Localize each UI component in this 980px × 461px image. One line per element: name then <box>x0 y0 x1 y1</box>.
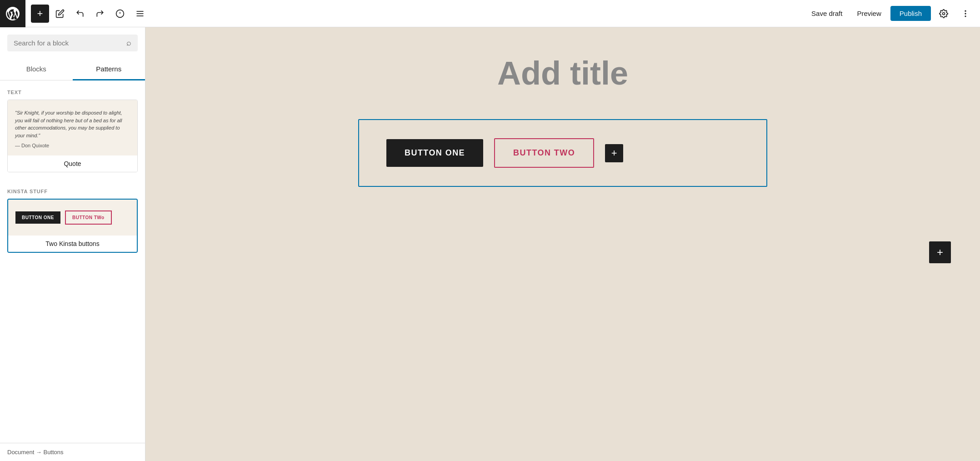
svg-point-8 <box>965 13 966 14</box>
editor-area[interactable]: Add title BUTTON ONE BUTTON TWO + + <box>145 27 980 461</box>
search-bar[interactable]: ⌕ <box>7 35 138 51</box>
more-options-button[interactable] <box>956 5 975 23</box>
search-icon[interactable]: ⌕ <box>126 38 131 48</box>
quote-label: Quote <box>8 155 137 172</box>
edit-button[interactable] <box>51 5 69 23</box>
quote-preview: "Sir Knight, if your worship be disposed… <box>8 100 137 155</box>
toolbar-right: Save draft Preview Publish <box>806 5 975 23</box>
main-layout: ⌕ Blocks Patterns TEXT "Sir Knight, if y… <box>0 27 980 461</box>
kinsta-btn-two-preview[interactable]: BUTTON TWo <box>65 210 112 225</box>
tabs: Blocks Patterns <box>0 59 145 80</box>
button-two-main[interactable]: BUTTON TWO <box>494 138 594 168</box>
svg-point-7 <box>965 10 966 11</box>
publish-button[interactable]: Publish <box>890 6 931 21</box>
tab-blocks[interactable]: Blocks <box>0 59 73 80</box>
settings-button[interactable] <box>935 5 953 23</box>
wp-logo <box>0 0 25 27</box>
quote-pattern-card[interactable]: "Sir Knight, if your worship be disposed… <box>7 100 138 172</box>
svg-point-6 <box>943 12 945 15</box>
tab-patterns[interactable]: Patterns <box>73 59 145 80</box>
quote-cite: — Don Quixote <box>15 143 130 148</box>
buttons-block: BUTTON ONE BUTTON TWO + <box>358 119 767 187</box>
editor-title[interactable]: Add title <box>358 55 767 92</box>
redo-button[interactable] <box>91 5 109 23</box>
list-view-button[interactable] <box>131 5 149 23</box>
save-draft-button[interactable]: Save draft <box>806 6 848 21</box>
quote-text: "Sir Knight, if your worship be disposed… <box>15 109 130 139</box>
info-button[interactable] <box>111 5 129 23</box>
svg-point-9 <box>965 15 966 17</box>
add-block-button[interactable]: + <box>31 5 49 23</box>
kinsta-section-label: KINSTA STUFF <box>0 180 145 199</box>
toolbar: + Save draft Preview Publish <box>0 0 980 27</box>
undo-button[interactable] <box>71 5 89 23</box>
text-section-label: TEXT <box>0 80 145 100</box>
button-one-main[interactable]: BUTTON ONE <box>386 139 483 167</box>
preview-button[interactable]: Preview <box>851 6 886 21</box>
kinsta-buttons-preview: BUTTON ONE BUTTON TWo <box>8 200 137 236</box>
add-block-bottom-button[interactable]: + <box>929 241 951 263</box>
kinsta-btn-one-preview[interactable]: BUTTON ONE <box>15 211 60 224</box>
kinsta-pattern-label: Two Kinsta buttons <box>8 236 137 252</box>
search-input[interactable] <box>14 39 123 47</box>
add-block-inline-button[interactable]: + <box>605 144 623 162</box>
sidebar: ⌕ Blocks Patterns TEXT "Sir Knight, if y… <box>0 27 145 461</box>
breadcrumb: Document → Buttons <box>0 443 145 461</box>
wordpress-icon <box>5 5 21 22</box>
kinsta-buttons-card[interactable]: BUTTON ONE BUTTON TWo Two Kinsta buttons <box>7 199 138 253</box>
